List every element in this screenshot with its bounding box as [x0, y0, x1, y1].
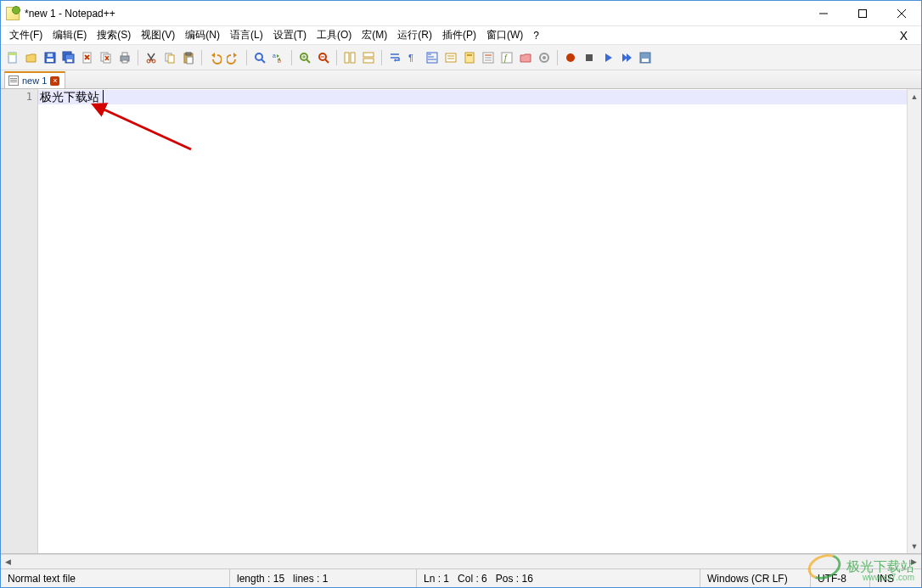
status-bar: Normal text file length : 15 lines : 1 L… [1, 568, 921, 587]
maximize-button[interactable] [843, 1, 882, 26]
show-all-icon[interactable]: ¶ [405, 49, 422, 66]
svg-line-40 [325, 59, 329, 63]
svg-rect-8 [48, 53, 53, 57]
tab-new-1[interactable]: new 1 × [4, 71, 65, 88]
monitor-icon[interactable] [536, 49, 553, 66]
status-eol[interactable]: Windows (CR LF) [700, 569, 811, 587]
svg-rect-5 [8, 53, 16, 55]
save-all-icon[interactable] [60, 49, 77, 66]
text-editor[interactable]: 极光下载站 [38, 89, 907, 553]
status-encoding[interactable]: UTF-8 [811, 569, 870, 587]
menu-settings[interactable]: 设置(T) [268, 26, 312, 44]
toolbar: ab ¶ ƒ [1, 45, 921, 70]
status-length-lines: length : 15 lines : 1 [230, 569, 417, 587]
svg-rect-69 [642, 59, 649, 62]
svg-rect-44 [363, 53, 374, 57]
status-caret-pos: Ln : 1 Col : 6 Pos : 16 [417, 569, 700, 587]
svg-point-66 [566, 53, 575, 62]
svg-rect-7 [47, 59, 53, 62]
tab-strip: new 1 × [1, 70, 921, 89]
menu-file[interactable]: 文件(F) [4, 26, 48, 44]
svg-rect-67 [586, 54, 593, 61]
redo-icon[interactable] [225, 49, 242, 66]
paste-icon[interactable] [180, 49, 197, 66]
menu-tools[interactable]: 工具(O) [312, 26, 357, 44]
line-gutter: 1 [1, 89, 38, 553]
print-icon[interactable] [116, 49, 133, 66]
menu-window[interactable]: 窗口(W) [481, 26, 528, 44]
editor-area: 1 极光下载站 ▲ ▼ [1, 89, 921, 554]
udl-icon[interactable] [442, 49, 459, 66]
horizontal-scrollbar[interactable]: ◀ ▶ [1, 554, 921, 568]
svg-rect-20 [122, 53, 127, 56]
window-title: *new 1 - Notepad++ [25, 8, 115, 20]
menu-bar: 文件(F) 编辑(E) 搜索(S) 视图(V) 编码(N) 语言(L) 设置(T… [1, 26, 921, 45]
find-icon[interactable] [251, 49, 268, 66]
doc-map-icon[interactable] [461, 49, 478, 66]
minimize-button[interactable] [804, 1, 843, 26]
menu-run[interactable]: 运行(R) [392, 26, 437, 44]
svg-point-31 [256, 53, 262, 60]
stop-macro-icon[interactable] [581, 49, 598, 66]
scroll-up-icon[interactable]: ▲ [908, 89, 921, 104]
sync-v-icon[interactable] [341, 49, 358, 66]
play-macro-icon[interactable] [599, 49, 616, 66]
wordwrap-icon[interactable] [386, 49, 403, 66]
annotation-arrow [85, 103, 195, 154]
copy-icon[interactable] [161, 49, 178, 66]
open-file-icon[interactable] [23, 49, 40, 66]
record-macro-icon[interactable] [562, 49, 579, 66]
svg-text:a: a [273, 53, 276, 59]
menu-edit[interactable]: 编辑(E) [48, 26, 92, 44]
svg-text:ƒ: ƒ [503, 53, 509, 63]
svg-rect-57 [467, 54, 472, 56]
replace-icon[interactable]: ab [270, 49, 287, 66]
svg-rect-30 [187, 57, 193, 64]
menu-view[interactable]: 视图(V) [136, 26, 180, 44]
undo-icon[interactable] [206, 49, 223, 66]
text-caret [103, 90, 104, 104]
zoom-out-icon[interactable] [315, 49, 332, 66]
scroll-down-icon[interactable]: ▼ [908, 539, 921, 553]
doc-list-icon[interactable] [480, 49, 497, 66]
new-file-icon[interactable] [4, 49, 21, 66]
line-number: 1 [1, 91, 32, 103]
folder-workspace-icon[interactable] [517, 49, 534, 66]
menu-extra-x[interactable]: X [890, 29, 918, 42]
close-window-button[interactable] [882, 1, 921, 26]
svg-rect-43 [351, 53, 355, 63]
tab-close-icon[interactable]: × [50, 76, 59, 86]
svg-line-70 [100, 108, 191, 149]
zoom-in-icon[interactable] [296, 49, 313, 66]
title-bar: *new 1 - Notepad++ [1, 1, 921, 26]
play-multi-icon[interactable] [618, 49, 635, 66]
close-file-icon[interactable] [79, 49, 96, 66]
cut-icon[interactable] [143, 49, 160, 66]
sync-h-icon[interactable] [360, 49, 377, 66]
save-icon[interactable] [42, 49, 59, 66]
svg-text:¶: ¶ [408, 53, 413, 63]
indent-guide-icon[interactable] [424, 49, 441, 66]
menu-macro[interactable]: 宏(M) [357, 26, 392, 44]
menu-encoding[interactable]: 编码(N) [180, 26, 225, 44]
svg-rect-53 [446, 53, 456, 62]
svg-rect-42 [345, 53, 349, 63]
app-icon [6, 7, 20, 20]
tab-label: new 1 [22, 76, 47, 86]
svg-rect-56 [465, 53, 474, 63]
status-mode[interactable]: INS [870, 569, 921, 587]
menu-plugins[interactable]: 插件(P) [437, 26, 481, 44]
status-filetype: Normal text file [1, 569, 230, 587]
svg-rect-21 [122, 60, 127, 63]
menu-help[interactable]: ? [528, 28, 544, 43]
func-list-icon[interactable]: ƒ [498, 49, 515, 66]
menu-language[interactable]: 语言(L) [225, 26, 268, 44]
vertical-scrollbar[interactable]: ▲ ▼ [907, 89, 921, 553]
close-all-icon[interactable] [98, 49, 115, 66]
menu-search[interactable]: 搜索(S) [92, 26, 136, 44]
save-macro-icon[interactable] [637, 49, 654, 66]
file-icon [8, 76, 19, 86]
svg-line-32 [261, 59, 265, 63]
scroll-right-icon[interactable]: ▶ [907, 555, 921, 568]
scroll-left-icon[interactable]: ◀ [1, 555, 15, 568]
